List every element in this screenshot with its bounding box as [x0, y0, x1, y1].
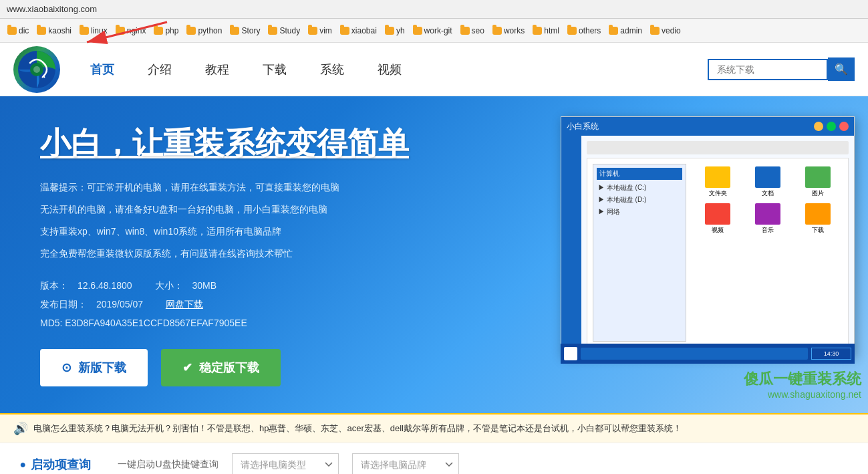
- bookmark-label: vim: [319, 26, 332, 35]
- bookmark-item-python[interactable]: python: [183, 25, 225, 37]
- bookmark-item-Story[interactable]: Story: [227, 25, 263, 37]
- netdisk-link[interactable]: 网盘下载: [166, 299, 203, 310]
- hero-meta: 版本： 12.6.48.1800 大小： 30MB 发布日期： 2019/05/…: [40, 276, 474, 332]
- watermark-url: www.shaguaxitong.net: [744, 389, 861, 400]
- section-title: 启动项查询: [20, 455, 91, 474]
- hero-tip-3: 支持重装xp、win7、win8、win10系统，适用所有电脑品牌: [40, 222, 474, 241]
- bookmark-label: Story: [241, 26, 260, 35]
- logo[interactable]: [13, 46, 60, 93]
- bookmark-label: works: [504, 26, 525, 35]
- hero-content: 小白，让重装系统变得简单 温馨提示：可正常开机的电脑，请用在线重装方法，可直接重…: [40, 123, 474, 386]
- bookmark-label: Study: [279, 26, 300, 35]
- bookmark-label: linux: [91, 26, 108, 35]
- bookmark-label: vedio: [662, 26, 681, 35]
- bookmark-item-works[interactable]: works: [489, 25, 528, 37]
- clock: 14:30: [811, 348, 851, 360]
- section-desc: 一键启动U盘快捷键查询: [118, 459, 218, 471]
- address-bar: www.xiaobaixitong.com: [0, 0, 868, 19]
- folder-icon: [533, 27, 542, 35]
- bookmark-item-work-git[interactable]: work-git: [410, 25, 456, 37]
- pc-brand-select[interactable]: 请选择电脑品牌联想华硕惠普戴尔宏基东芝: [352, 453, 459, 474]
- search-button[interactable]: 🔍: [828, 57, 855, 81]
- bookmark-item-vim[interactable]: vim: [305, 25, 335, 37]
- bookmark-item-xiaobai[interactable]: xiaobai: [337, 25, 380, 37]
- nav-item-download[interactable]: 下载: [246, 55, 303, 84]
- download-icon: ⊙: [61, 360, 71, 375]
- file-label: 文档: [762, 189, 774, 198]
- bottom-section: 启动项查询 一键启动U盘快捷键查询 请选择电脑类型台式机笔记本 请选择电脑品牌联…: [0, 443, 868, 474]
- logo-svg: [17, 49, 57, 90]
- explorer-content: 计算机 ▶ 本地磁盘 (C:) ▶ 本地磁盘 (D:) ▶ 网络 文件夹: [587, 158, 849, 348]
- panel-header: 计算机: [597, 168, 682, 180]
- nav-menu: 首页 介绍 教程 下载 系统 视频: [74, 55, 708, 84]
- bookmark-item-html[interactable]: html: [529, 25, 563, 37]
- bookmark-item-php[interactable]: php: [150, 25, 182, 37]
- folder-icon: [116, 27, 125, 35]
- stable-icon: ✔: [182, 360, 192, 375]
- file-item: 音乐: [746, 203, 790, 235]
- version-value: 12.6.48.1800: [78, 276, 132, 295]
- bookmark-item-vedio[interactable]: vedio: [647, 25, 684, 37]
- new-download-button[interactable]: ⊙ 新版下载: [40, 349, 148, 386]
- folder-icon: [80, 27, 89, 35]
- bookmark-item-admin[interactable]: admin: [605, 25, 645, 37]
- search-input[interactable]: [708, 59, 828, 80]
- size-label: 大小：: [155, 276, 183, 295]
- folder-icon: [186, 27, 196, 35]
- nav-item-tutorial[interactable]: 教程: [188, 55, 246, 84]
- hero-section: 小白，让重装系统变得简单 温馨提示：可正常开机的电脑，请用在线重装方法，可直接重…: [0, 96, 868, 413]
- bookmark-item-others[interactable]: others: [564, 25, 604, 37]
- url-text: www.xiaobaixitong.com: [7, 4, 97, 14]
- header: 首页 介绍 教程 下载 系统 视频 🔍: [0, 43, 868, 96]
- folder-icon: [385, 27, 394, 35]
- folder-icon: [460, 27, 470, 35]
- svg-point-4: [33, 66, 40, 73]
- hero-title-suffix: 简单: [347, 126, 409, 160]
- file-label: 视频: [712, 226, 724, 235]
- info-bar: 🔊 电脑怎么重装系统？电脑无法开机？别害怕！不管是联想、hp惠普、华硕、东芝、a…: [0, 413, 868, 443]
- size-value: 30MB: [192, 276, 216, 295]
- window-maximize[interactable]: [827, 122, 836, 131]
- bookmark-item-nginx[interactable]: nginx: [112, 25, 150, 37]
- screenshot-content: 计算机 ▶ 本地磁盘 (C:) ▶ 本地磁盘 (D:) ▶ 网络 文件夹: [581, 136, 854, 356]
- hero-buttons: ⊙ 新版下载 ✔ 稳定版下载: [40, 349, 474, 386]
- file-item: 文档: [746, 166, 790, 198]
- folder-icon: [268, 27, 277, 35]
- hero-screenshot: 小白系统 计算机 ▶ 本地磁盘 (C:) ▶ 本地磁盘 (D:) ▶ 网络: [547, 110, 868, 364]
- file-item: 图片: [795, 166, 840, 198]
- bookmark-item-Study[interactable]: Study: [265, 25, 303, 37]
- nav-item-home[interactable]: 首页: [74, 55, 131, 84]
- bookmark-item-kaoshi[interactable]: kaoshi: [33, 25, 75, 37]
- window-minimize[interactable]: [814, 122, 823, 131]
- folder-icon: [340, 27, 349, 35]
- bookmark-item-dic[interactable]: dic: [4, 25, 32, 37]
- folder-icon: [413, 27, 422, 35]
- explorer-left-panel: 计算机 ▶ 本地磁盘 (C:) ▶ 本地磁盘 (D:) ▶ 网络: [593, 164, 686, 342]
- window-close[interactable]: [839, 122, 849, 131]
- nav-item-intro[interactable]: 介绍: [131, 55, 188, 84]
- explorer-right-panel: 文件夹 文档 图片: [693, 164, 843, 342]
- bookmark-item-yh[interactable]: yh: [382, 25, 408, 37]
- bookmark-label: work-git: [424, 26, 452, 35]
- stable-download-button[interactable]: ✔ 稳定版下载: [161, 349, 281, 386]
- bookmark-label: python: [198, 26, 222, 35]
- file-grid: 文件夹 文档 图片: [693, 164, 843, 237]
- nav-item-video[interactable]: 视频: [361, 55, 418, 84]
- bookmark-label: yh: [396, 26, 405, 35]
- bookmark-label: html: [544, 26, 559, 35]
- folder-icon: [492, 27, 502, 35]
- bookmark-label: others: [579, 26, 601, 35]
- bookmark-item-linux[interactable]: linux: [76, 25, 111, 37]
- nav-item-system[interactable]: 系统: [303, 55, 361, 84]
- screenshot-toolbar: [587, 141, 849, 154]
- file-label: 音乐: [762, 226, 774, 235]
- folder-icon: [37, 27, 46, 35]
- folder-icon: [7, 27, 17, 35]
- nav-search: 🔍: [708, 57, 855, 81]
- pc-type-select[interactable]: 请选择电脑类型台式机笔记本: [232, 453, 339, 474]
- bookmark-item-seo[interactable]: seo: [457, 25, 488, 37]
- file-item: 文件夹: [696, 166, 740, 198]
- version-label: 版本：: [40, 276, 68, 295]
- hero-tip-1: 温馨提示：可正常开机的电脑，请用在线重装方法，可直接重装您的电脑: [40, 178, 474, 197]
- date-label: 发布日期：: [40, 295, 87, 314]
